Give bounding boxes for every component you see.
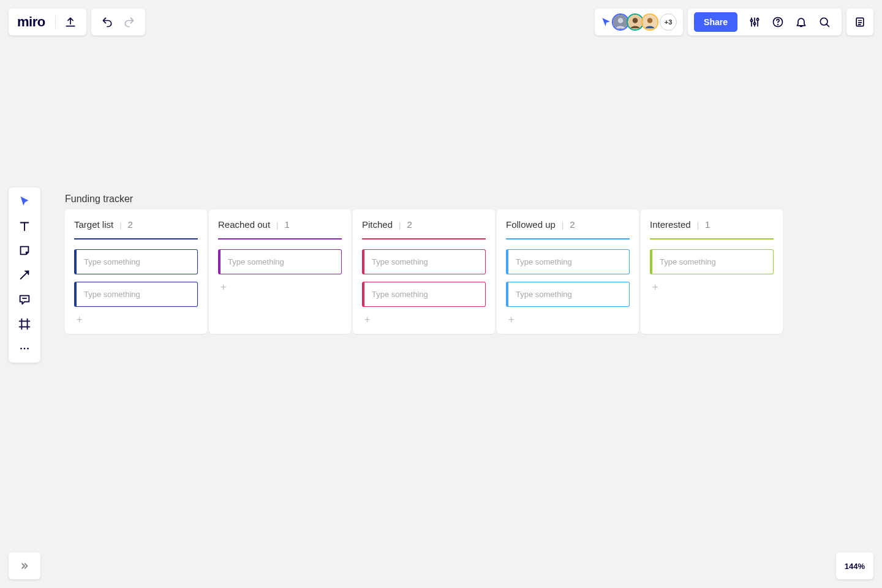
miro-logo[interactable]: miro [13,14,51,30]
kanban-card[interactable]: Type something [74,249,198,274]
zoom-level[interactable]: 144% [836,552,873,579]
frame-tool[interactable] [11,312,38,336]
avatar-3-img [643,13,657,31]
svg-point-13 [778,24,778,25]
text-icon [18,219,31,233]
column-color-bar [506,238,630,239]
svg-point-30 [27,348,29,350]
column-separator: | [119,221,121,230]
undo-icon [101,16,113,28]
search-icon [818,16,831,28]
collaborators-group: +3 [595,9,683,36]
kanban-card[interactable]: Type something [362,249,486,274]
column-separator: | [276,221,278,230]
comment-tool[interactable] [11,288,38,311]
kanban-column[interactable]: Target list|2Type somethingType somethin… [65,209,207,334]
column-header[interactable]: Reached out|1 [218,219,342,230]
actions-group: Share [688,9,842,36]
add-card-button[interactable]: + [506,314,630,325]
text-tool[interactable] [11,214,38,238]
frame-icon [18,317,31,331]
svg-point-11 [756,18,758,20]
kanban-card[interactable]: Type something [506,282,630,307]
column-title: Target list [74,219,113,230]
add-card-button[interactable]: + [218,282,342,293]
column-count: 1 [284,219,289,230]
column-title: Interested [650,219,691,230]
kanban-card[interactable]: Type something [218,249,342,274]
column-separator: | [562,221,564,230]
notifications-button[interactable] [790,11,812,33]
sticky-note-tool[interactable] [11,239,38,262]
kanban-column[interactable]: Followed up|2Type somethingType somethin… [497,209,639,334]
avatar-overflow[interactable]: +3 [660,13,677,31]
cursor-icon [18,195,31,208]
avatar-2-img [628,13,643,31]
more-icon [18,342,31,355]
board-title[interactable]: Funding tracker [65,194,133,205]
main-menu-group: miro [9,9,86,36]
kanban-column[interactable]: Reached out|1Type something+ [209,209,351,334]
redo-icon [123,16,135,28]
search-button[interactable] [813,11,835,33]
export-icon [64,16,77,28]
column-separator: | [697,221,699,230]
column-count: 2 [570,219,575,230]
cursor-follow-button[interactable] [601,17,612,28]
column-count: 2 [128,219,133,230]
svg-point-5 [647,18,653,23]
avatar-1-img [613,13,628,31]
divider [55,15,56,29]
history-group [91,9,145,36]
column-separator: | [399,221,401,230]
sticky-note-icon [18,244,31,257]
arrow-icon [18,268,31,282]
cursor-follow-icon [601,17,612,28]
column-color-bar [218,238,342,239]
add-card-button[interactable]: + [650,282,774,293]
column-header[interactable]: Pitched|2 [362,219,486,230]
help-button[interactable] [767,11,789,33]
notes-panel-group [846,9,873,36]
kanban-card[interactable]: Type something [506,249,630,274]
column-title: Pitched [362,219,393,230]
kanban-board[interactable]: Target list|2Type somethingType somethin… [65,209,783,334]
column-header[interactable]: Target list|2 [74,219,198,230]
column-title: Followed up [506,219,556,230]
sliders-icon [748,16,761,28]
kanban-card[interactable]: Type something [362,282,486,307]
kanban-card[interactable]: Type something [650,249,774,274]
svg-point-9 [750,20,752,21]
add-card-button[interactable]: + [362,314,486,325]
column-color-bar [74,238,198,239]
undo-button[interactable] [96,11,118,33]
notes-panel-button[interactable] [849,11,871,33]
kanban-card[interactable]: Type something [74,282,198,307]
kanban-column[interactable]: Interested|1Type something+ [641,209,783,334]
svg-point-3 [633,18,638,23]
export-button[interactable] [59,11,81,33]
column-header[interactable]: Followed up|2 [506,219,630,230]
select-tool[interactable] [11,190,38,213]
add-card-button[interactable]: + [74,314,198,325]
redo-button[interactable] [118,11,140,33]
column-count: 2 [407,219,412,230]
kanban-column[interactable]: Pitched|2Type somethingType something+ [353,209,495,334]
arrow-tool[interactable] [11,263,38,287]
zoom-value: 144% [845,562,865,571]
avatar-3[interactable] [641,13,658,31]
chevrons-right-icon [19,560,30,571]
more-tools[interactable] [11,337,38,360]
tools-toolbar [9,187,40,363]
collapse-button[interactable] [9,552,40,579]
column-header[interactable]: Interested|1 [650,219,774,230]
bell-icon [795,16,807,28]
settings-button[interactable] [744,11,766,33]
svg-point-28 [20,348,22,350]
notes-icon [854,16,866,28]
svg-point-1 [618,18,624,23]
share-button[interactable]: Share [694,12,737,32]
column-color-bar [650,238,774,239]
svg-point-29 [24,348,26,350]
column-title: Reached out [218,219,270,230]
